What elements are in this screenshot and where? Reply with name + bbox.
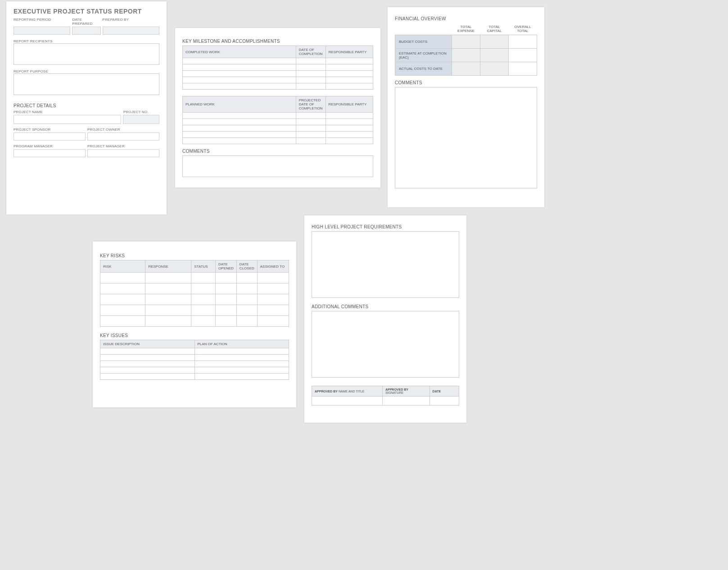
table-risks: RISK RESPONSE STATUS DATE OPENED DATE CL… xyxy=(100,260,289,327)
th-date-completion: DATE OF COMPLETION xyxy=(296,46,326,58)
cell-actual: ACTUAL COSTS TO DATE xyxy=(395,62,452,76)
th-date: DATE xyxy=(430,386,459,397)
field-additional-comments[interactable] xyxy=(312,311,459,378)
field-program-manager[interactable] xyxy=(14,149,86,157)
th-date-opened: DATE OPENED xyxy=(216,260,237,273)
label-date-prepared: DATE PREPARED xyxy=(72,18,100,26)
label-project-name: PROJECT NAME xyxy=(14,110,122,114)
label-report-recipients: REPORT RECIPIENTS xyxy=(14,39,159,43)
report-title: EXECUTIVE PROJECT STATUS REPORT xyxy=(14,8,159,15)
table-row[interactable] xyxy=(183,58,373,64)
table-row[interactable] xyxy=(100,283,289,294)
field-date-prepared[interactable] xyxy=(72,27,101,35)
table-row[interactable] xyxy=(183,77,373,83)
th-assigned-to: ASSIGNED TO xyxy=(257,260,289,273)
field-comments-financial[interactable] xyxy=(395,87,537,188)
table-row[interactable] xyxy=(100,355,289,361)
table-row[interactable] xyxy=(100,361,289,367)
label-prepared-by: PREPARED BY xyxy=(103,18,159,22)
table-planned-work: PLANNED WORK PROJECTED DATE OF COMPLETIO… xyxy=(182,96,373,144)
table-row[interactable] xyxy=(183,113,373,119)
th-completed-work: COMPLETED WORK xyxy=(183,46,296,58)
label-comments-fin: COMMENTS xyxy=(395,80,537,85)
field-project-owner[interactable] xyxy=(87,132,159,141)
section-key-risks: KEY RISKS xyxy=(100,253,289,258)
table-row[interactable] xyxy=(183,64,373,71)
cell-eac: ESTIMATE AT COMPLETION (EAC) xyxy=(395,49,452,62)
field-project-sponsor[interactable] xyxy=(14,132,86,141)
field-reporting-period[interactable] xyxy=(14,27,70,35)
page-5: HIGH LEVEL PROJECT REQUIREMENTS ADDITION… xyxy=(304,215,466,423)
table-issues: ISSUE DESCRIPTION PLAN OF ACTION xyxy=(100,340,289,380)
page-1: EXECUTIVE PROJECT STATUS REPORT REPORTIN… xyxy=(6,1,167,214)
field-project-name[interactable] xyxy=(14,115,121,124)
th-risk: RISK xyxy=(100,260,145,273)
field-comments-milestone[interactable] xyxy=(182,155,373,177)
section-project-details: PROJECT DETAILS xyxy=(14,103,159,108)
table-approval: APPROVED BY NAME AND TITLE APPROVED BY S… xyxy=(312,386,459,406)
label-report-purpose: REPORT PURPOSE xyxy=(14,69,159,73)
table-financial: TOTAL EXPENSE TOTAL CAPITAL OVERALL TOTA… xyxy=(395,23,537,76)
th-total-capital: TOTAL CAPITAL xyxy=(480,23,509,35)
table-row[interactable]: BUDGET COSTS xyxy=(395,35,537,49)
field-requirements[interactable] xyxy=(312,231,459,298)
table-row[interactable] xyxy=(100,348,289,355)
field-report-recipients[interactable] xyxy=(14,43,159,65)
th-status: STATUS xyxy=(191,260,216,273)
table-row[interactable]: ESTIMATE AT COMPLETION (EAC) xyxy=(395,49,537,62)
page-3: FINANCIAL OVERVIEW TOTAL EXPENSE TOTAL C… xyxy=(388,7,544,207)
th-response: RESPONSE xyxy=(145,260,191,273)
label-reporting-period: REPORTING PERIOD xyxy=(14,18,70,22)
table-row[interactable] xyxy=(100,374,289,380)
table-row[interactable] xyxy=(183,138,373,144)
label-project-manager: PROJECT MANAGER xyxy=(87,144,159,148)
table-row[interactable] xyxy=(183,83,373,90)
table-row[interactable] xyxy=(100,273,289,283)
table-row[interactable]: ACTUAL COSTS TO DATE xyxy=(395,62,537,76)
section-financial: FINANCIAL OVERVIEW xyxy=(395,16,537,21)
table-completed-work: COMPLETED WORK DATE OF COMPLETION RESPON… xyxy=(182,46,373,90)
section-additional-comments: ADDITIONAL COMMENTS xyxy=(312,304,459,309)
table-row[interactable] xyxy=(100,367,289,374)
th-overall-total: OVERALL TOTAL xyxy=(509,23,537,35)
section-milestone: KEY MILESTONE AND ACCOMPLISHMENTS xyxy=(182,39,373,44)
section-key-issues: KEY ISSUES xyxy=(100,333,289,338)
label-program-manager: PROGRAM MANAGER xyxy=(14,144,86,148)
th-approved-by-sig: APPROVED BY SIGNATURE xyxy=(382,386,430,397)
th-issue-desc: ISSUE DESCRIPTION xyxy=(100,340,195,348)
label-project-sponsor: PROJECT SPONSOR xyxy=(14,128,86,132)
th-projected-date: PROJECTED DATE OF COMPLETION xyxy=(296,96,326,113)
th-responsible-party2: RESPONSIBLE PARTY xyxy=(326,96,373,113)
table-row[interactable] xyxy=(312,397,459,406)
th-date-closed: DATE CLOSED xyxy=(236,260,257,273)
th-approved-by-name: APPROVED BY NAME AND TITLE xyxy=(312,386,383,397)
th-planned-work: PLANNED WORK xyxy=(183,96,296,113)
table-row[interactable] xyxy=(183,71,373,77)
label-project-owner: PROJECT OWNER xyxy=(87,128,159,132)
table-row[interactable] xyxy=(183,132,373,138)
field-report-purpose[interactable] xyxy=(14,73,159,95)
section-requirements: HIGH LEVEL PROJECT REQUIREMENTS xyxy=(312,224,459,229)
field-prepared-by[interactable] xyxy=(103,27,159,35)
field-project-no[interactable] xyxy=(123,115,159,124)
th-responsible-party: RESPONSIBLE PARTY xyxy=(326,46,373,58)
page-4: KEY RISKS RISK RESPONSE STATUS DATE OPEN… xyxy=(93,242,296,407)
table-row[interactable] xyxy=(100,294,289,305)
table-row[interactable] xyxy=(100,305,289,316)
th-plan: PLAN OF ACTION xyxy=(194,340,289,348)
label-comments: COMMENTS xyxy=(182,149,373,154)
table-row[interactable] xyxy=(100,316,289,327)
field-project-manager[interactable] xyxy=(87,149,159,157)
th-total-expense: TOTAL EXPENSE xyxy=(452,23,480,35)
table-row[interactable] xyxy=(183,119,373,125)
label-project-no: PROJECT NO. xyxy=(123,110,159,114)
table-row[interactable] xyxy=(183,125,373,132)
page-2: KEY MILESTONE AND ACCOMPLISHMENTS COMPLE… xyxy=(175,28,380,187)
cell-budget-costs: BUDGET COSTS xyxy=(395,35,452,49)
